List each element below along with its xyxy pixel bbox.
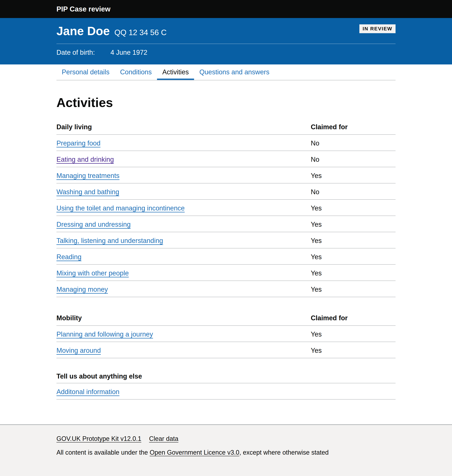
site-footer: GOV.UK Prototype Kit v12.0.1 Clear data …	[0, 424, 452, 476]
prototype-kit-link[interactable]: GOV.UK Prototype Kit v12.0.1	[56, 435, 141, 443]
table-row: Talking, listening and understanding Yes	[56, 232, 396, 248]
activity-link-using-the-toilet[interactable]: Using the toilet and managing incontinen…	[56, 204, 185, 212]
clear-data-link[interactable]: Clear data	[149, 435, 178, 443]
claimed-for-value: Yes	[311, 326, 396, 342]
claimed-for-value: Yes	[311, 232, 396, 248]
pip-case-review-page: PIP Case review Jane Doe QQ 12 34 56 C I…	[0, 0, 452, 476]
activity-link-talking-listening[interactable]: Talking, listening and understanding	[56, 237, 163, 244]
case-name: Jane Doe	[56, 24, 110, 37]
banner-divider	[56, 44, 396, 44]
open-government-licence-link[interactable]: Open Government Licence v3.0	[150, 449, 239, 456]
claimed-for-header: Claimed for	[311, 123, 396, 135]
dob-value: 4 June 1972	[110, 48, 147, 56]
status-badge: IN REVIEW	[359, 24, 396, 33]
table-row: Managing treatments Yes	[56, 167, 396, 183]
anything-else-heading: Tell us about anything else	[56, 372, 396, 383]
table-row: Moving around Yes	[56, 342, 396, 358]
claimed-for-value: Yes	[311, 167, 396, 183]
daily-living-table: Daily living Claimed for Preparing food …	[56, 123, 396, 297]
table-row: Dressing and undressing Yes	[56, 216, 396, 232]
claimed-for-value: Yes	[311, 199, 396, 216]
claimed-for-value: Yes	[311, 216, 396, 232]
claimed-for-value: Yes	[311, 342, 396, 358]
licence-prefix-text: All content is available under the	[56, 449, 150, 456]
activity-link-mixing-with-other-people[interactable]: Mixing with other people	[56, 269, 129, 277]
claimed-for-value: Yes	[311, 265, 396, 281]
activity-link-moving-around[interactable]: Moving around	[56, 347, 101, 354]
mobility-heading: Mobility	[56, 314, 311, 326]
claimed-for-value: No	[311, 183, 396, 199]
main-content: Activities Daily living Claimed for Prep…	[0, 95, 452, 400]
activity-link-dressing-and-undressing[interactable]: Dressing and undressing	[56, 221, 131, 228]
table-row: Eating and drinking No	[56, 151, 396, 167]
tab-conditions[interactable]: Conditions	[115, 68, 157, 80]
tab-activities[interactable]: Activities	[157, 68, 194, 80]
table-row: Preparing food No	[56, 135, 396, 151]
table-row: Using the toilet and managing incontinen…	[56, 199, 396, 216]
licence-suffix-text: , except where otherwise stated	[239, 449, 329, 456]
activity-link-eating-and-drinking[interactable]: Eating and drinking	[56, 156, 114, 163]
mobility-table: Mobility Claimed for Planning and follow…	[56, 314, 396, 358]
table-row: Additonal information	[56, 383, 396, 399]
table-row: Managing money Yes	[56, 281, 396, 297]
case-banner: Jane Doe QQ 12 34 56 C IN REVIEW Date of…	[0, 18, 452, 64]
claimed-for-value: Yes	[311, 248, 396, 265]
claimed-for-value: Yes	[311, 281, 396, 297]
activity-link-washing-and-bathing[interactable]: Washing and bathing	[56, 188, 119, 196]
additional-information-link[interactable]: Additonal information	[56, 388, 120, 395]
claimed-for-value: No	[311, 151, 396, 167]
tab-personal-details[interactable]: Personal details	[56, 68, 115, 80]
page-title: Activities	[56, 95, 396, 110]
anything-else-table: Tell us about anything else Additonal in…	[56, 372, 396, 400]
table-row: Reading Yes	[56, 248, 396, 265]
claimed-for-value: No	[311, 135, 396, 151]
tab-questions-and-answers[interactable]: Questions and answers	[194, 68, 275, 80]
service-name: PIP Case review	[56, 5, 110, 13]
claimed-for-header: Claimed for	[311, 314, 396, 326]
daily-living-heading: Daily living	[56, 123, 311, 135]
table-row: Mixing with other people Yes	[56, 265, 396, 281]
activity-link-reading[interactable]: Reading	[56, 253, 81, 261]
activity-link-planning-a-journey[interactable]: Planning and following a journey	[56, 331, 153, 338]
app-header: PIP Case review	[0, 0, 452, 18]
table-row: Washing and bathing No	[56, 183, 396, 199]
dob-label: Date of birth:	[56, 48, 110, 56]
table-row: Planning and following a journey Yes	[56, 326, 396, 342]
activity-link-preparing-food[interactable]: Preparing food	[56, 139, 100, 147]
activity-link-managing-money[interactable]: Managing money	[56, 286, 108, 293]
case-tabs: Personal details Conditions Activities Q…	[0, 68, 452, 80]
case-nino: QQ 12 34 56 C	[114, 26, 166, 39]
licence-statement: All content is available under the Open …	[56, 449, 396, 456]
activity-link-managing-treatments[interactable]: Managing treatments	[56, 172, 120, 179]
